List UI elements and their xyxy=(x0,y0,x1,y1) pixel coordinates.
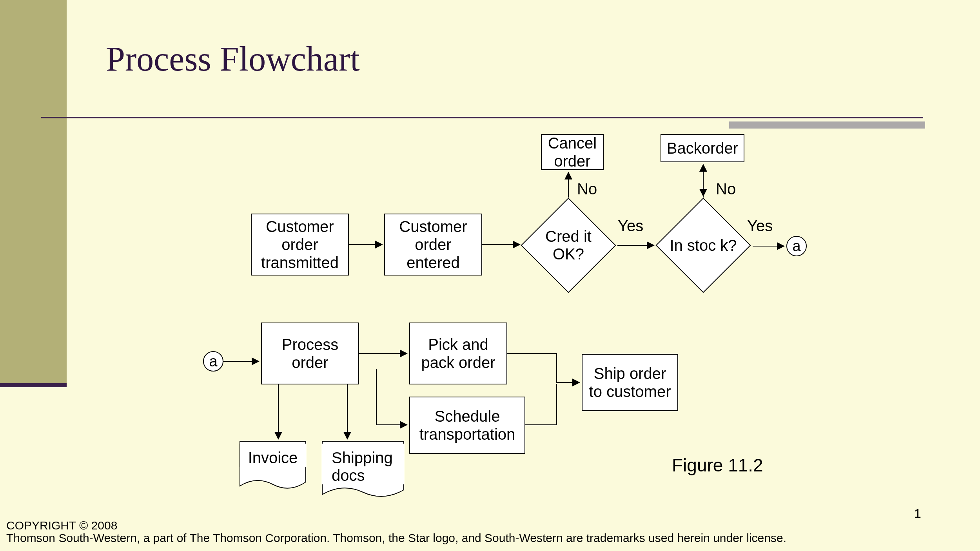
node-customer-order-entered: Customer order entered xyxy=(384,214,482,276)
node-invoice: Invoice xyxy=(240,444,306,467)
node-schedule-transportation: Schedule transportation xyxy=(409,397,525,454)
copyright-line2: Thomson South-Western, a part of The Tho… xyxy=(6,531,786,545)
edge-label-credit-yes: Yes xyxy=(618,217,643,235)
edge-label-stock-no: No xyxy=(716,180,736,198)
figure-label: Figure 11.2 xyxy=(672,455,763,476)
node-credit-ok: Cred it OK? xyxy=(535,212,602,279)
node-ship-order: Ship order to customer xyxy=(582,354,678,411)
node-customer-order-transmitted: Customer order transmitted xyxy=(251,214,349,276)
node-cancel-order: Cancel order xyxy=(541,134,604,170)
connector-a-in: a xyxy=(203,351,223,372)
node-process-order: Process order xyxy=(261,323,359,384)
node-in-stock: In stoc k? xyxy=(670,212,737,279)
node-backorder: Backorder xyxy=(661,134,744,162)
edge-label-stock-yes: Yes xyxy=(747,217,773,235)
node-pick-pack: Pick and pack order xyxy=(409,323,507,384)
node-shipping-docs: Shipping docs xyxy=(322,444,404,484)
flowchart-lines xyxy=(0,0,980,551)
copyright-line1: COPYRIGHT © 2008 xyxy=(6,519,117,533)
page-number: 1 xyxy=(914,506,921,521)
flowchart: Customer order transmitted Customer orde… xyxy=(0,0,980,551)
edge-label-credit-no: No xyxy=(577,180,597,198)
connector-a-out: a xyxy=(786,236,807,256)
